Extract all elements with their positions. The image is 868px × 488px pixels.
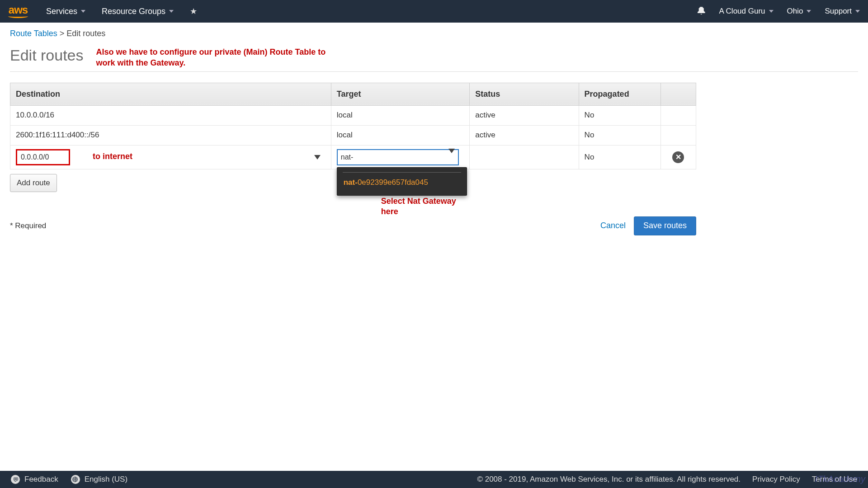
chevron-down-icon xyxy=(169,10,174,13)
cell-remove xyxy=(660,105,696,125)
cell-remove xyxy=(660,125,696,145)
action-row: * Required Cancel Save routes xyxy=(10,216,696,235)
aws-logo-text: aws xyxy=(9,5,28,15)
annotation-to-internet: to internet xyxy=(93,152,132,161)
chevron-down-icon xyxy=(807,10,811,13)
cell-destination-editable: to internet xyxy=(10,145,331,169)
nav-support[interactable]: Support xyxy=(825,7,860,16)
dropdown-option-rest: 0e92399e657fda045 xyxy=(358,178,428,187)
cell-status: active xyxy=(470,125,579,145)
feedback-label: Feedback xyxy=(24,475,58,484)
top-nav: aws Services Resource Groups ★ 🔔︎ A Clou… xyxy=(0,0,868,23)
target-combobox-value: nat- xyxy=(341,153,354,161)
speech-bubble-icon: 💬︎ xyxy=(11,475,20,484)
table-row-editable: to internet nat- n xyxy=(10,145,696,169)
breadcrumb-separator: > xyxy=(60,29,65,38)
nav-services-label: Services xyxy=(46,7,77,16)
nav-support-label: Support xyxy=(825,7,852,16)
nav-resource-groups-label: Resource Groups xyxy=(102,7,165,16)
save-routes-button[interactable]: Save routes xyxy=(634,216,696,235)
chevron-down-icon xyxy=(769,10,774,13)
page-title: Edit routes xyxy=(10,47,84,64)
title-row: Edit routes Also we have to configure ou… xyxy=(10,47,858,72)
remove-route-button[interactable]: ✕ xyxy=(672,151,684,163)
page-body: Route Tables > Edit routes Edit routes A… xyxy=(0,23,868,235)
target-combobox[interactable]: nat- xyxy=(337,149,459,165)
cell-remove: ✕ xyxy=(660,145,696,169)
cell-status: active xyxy=(470,105,579,125)
footer: 💬︎ Feedback 🌐︎ English (US) © 2008 - 201… xyxy=(0,471,868,488)
nav-services[interactable]: Services xyxy=(46,7,85,16)
notifications-bell-icon[interactable]: 🔔︎ xyxy=(696,5,706,17)
nav-account-label: A Cloud Guru xyxy=(719,7,765,16)
cell-target-editable: nat- nat-0e92399e657fda045 ➤ Select Nat … xyxy=(331,145,470,169)
annotation-title-note: Also we have to configure our private (M… xyxy=(96,47,331,69)
cell-propagated: No xyxy=(579,145,660,169)
cell-status xyxy=(470,145,579,169)
th-status: Status xyxy=(470,83,579,105)
terms-of-use-link[interactable]: Terms of Use xyxy=(812,475,857,484)
th-destination: Destination xyxy=(10,83,331,105)
cell-propagated: No xyxy=(579,105,660,125)
target-dropdown-option-nat[interactable]: nat-0e92399e657fda045 xyxy=(341,176,463,192)
th-propagated: Propagated xyxy=(579,83,660,105)
breadcrumb-current: Edit routes xyxy=(66,29,105,38)
pin-icon[interactable]: ★ xyxy=(190,6,197,16)
privacy-policy-link[interactable]: Privacy Policy xyxy=(752,475,800,484)
cell-destination: 10.0.0.0/16 xyxy=(10,105,331,125)
breadcrumb: Route Tables > Edit routes xyxy=(10,29,858,38)
th-target: Target xyxy=(331,83,470,105)
nav-account[interactable]: A Cloud Guru xyxy=(719,7,773,16)
destination-dropdown-toggle[interactable] xyxy=(311,151,323,163)
nav-region[interactable]: Ohio xyxy=(787,7,811,16)
chevron-down-icon xyxy=(314,155,321,160)
breadcrumb-parent-link[interactable]: Route Tables xyxy=(10,29,57,38)
cell-target: local xyxy=(331,105,470,125)
feedback-link[interactable]: 💬︎ Feedback xyxy=(11,475,58,484)
routes-table: Destination Target Status Propagated 10.… xyxy=(10,83,696,169)
dropdown-option-match: nat- xyxy=(344,178,358,187)
cell-target: local xyxy=(331,125,470,145)
language-label: English (US) xyxy=(85,475,127,484)
add-route-button[interactable]: Add route xyxy=(10,174,57,192)
required-label: * Required xyxy=(10,221,46,230)
table-row: 2600:1f16:111:d400::/56 local active No xyxy=(10,125,696,145)
th-remove xyxy=(660,83,696,105)
footer-copyright: © 2008 - 2019, Amazon Web Services, Inc.… xyxy=(477,475,741,484)
chevron-down-icon xyxy=(855,10,860,13)
cancel-button[interactable]: Cancel xyxy=(600,221,626,230)
cell-destination: 2600:1f16:111:d400::/56 xyxy=(10,125,331,145)
target-dropdown: nat-0e92399e657fda045 xyxy=(337,167,467,196)
destination-input[interactable] xyxy=(16,149,70,165)
chevron-down-icon xyxy=(448,153,455,161)
table-row: 10.0.0.0/16 local active No xyxy=(10,105,696,125)
nav-resource-groups[interactable]: Resource Groups xyxy=(102,7,174,16)
language-selector[interactable]: 🌐︎ English (US) xyxy=(71,475,127,484)
aws-logo[interactable]: aws xyxy=(8,5,28,18)
aws-smile-icon xyxy=(8,14,28,18)
annotation-select-nat: Select Nat Gateway here xyxy=(381,196,458,217)
chevron-down-icon xyxy=(81,10,85,13)
cell-propagated: No xyxy=(579,125,660,145)
dropdown-search-underline xyxy=(343,172,461,173)
globe-icon: 🌐︎ xyxy=(71,475,80,484)
nav-region-label: Ohio xyxy=(787,7,803,16)
